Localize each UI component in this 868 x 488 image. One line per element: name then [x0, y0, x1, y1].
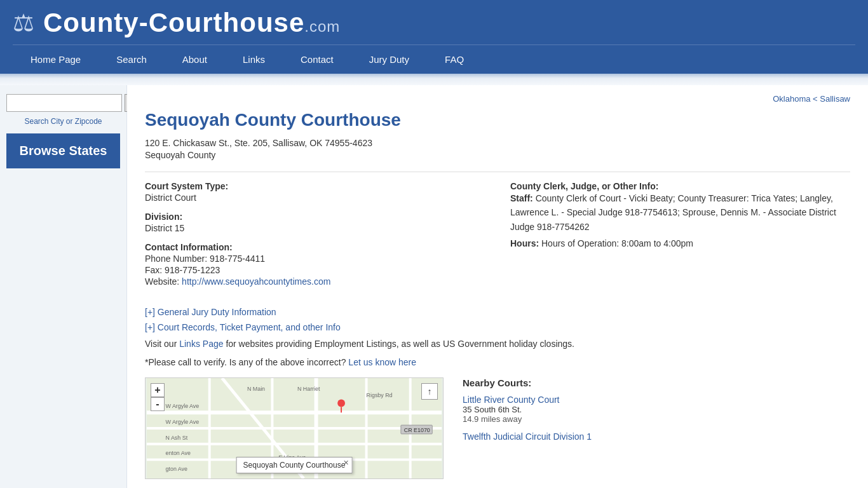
info-right: County Clerk, Judge, or Other Info: Staf…: [510, 181, 850, 295]
site-header: ⚖ County-Courthouse.com Home Page Search…: [0, 0, 868, 74]
search-input[interactable]: [6, 94, 122, 112]
main-content: Oklahoma < Sallisaw Sequoyah County Cour…: [127, 85, 868, 488]
map-popup-close[interactable]: ✕: [343, 459, 349, 467]
nav-jury[interactable]: Jury Duty: [351, 45, 427, 74]
county-clerk-label: County Clerk, Judge, or Other Info:: [510, 181, 658, 191]
nav-search[interactable]: Search: [98, 45, 165, 74]
court-system-value: District Court: [145, 193, 485, 203]
nearby-court-1-distance: 14.9 miles away: [463, 414, 850, 424]
zoom-in-button[interactable]: +: [151, 383, 165, 397]
nearby-court-2-name[interactable]: Twelfth Judicial Circuit Division 1: [463, 431, 850, 442]
nearby-court-1-name[interactable]: Little River County Court: [463, 395, 850, 405]
hours-info: Hours: Hours of Operation: 8:00am to 4:0…: [510, 236, 850, 250]
map-popup-text: Sequoyah County Courthouse: [243, 461, 346, 470]
contact-label: Contact Information:: [145, 242, 233, 252]
site-title-com: .com: [304, 18, 340, 35]
breadcrumb-separator: <: [810, 94, 820, 104]
search-box-container: GO: [6, 94, 120, 112]
nearby-court-item: Little River County Court 35 South 6th S…: [463, 395, 850, 424]
sidebar: GO Search City or Zipcode Browse States: [0, 85, 127, 488]
nav-home[interactable]: Home Page: [13, 45, 98, 74]
main-nav: Home Page Search About Links Contact Jur…: [13, 44, 855, 74]
map-share-button[interactable]: ↑: [421, 383, 438, 400]
sub-header-gradient: [0, 74, 868, 85]
court-records-link[interactable]: [+] Court Records, Ticket Payment, and o…: [145, 322, 850, 332]
site-title-text: County-Courthouse: [43, 8, 304, 37]
division-section: Division: District 15: [145, 212, 485, 233]
breadcrumb: Oklahoma < Sallisaw: [145, 94, 850, 104]
scales-icon: ⚖: [13, 9, 34, 37]
svg-text:CR E1070: CR E1070: [404, 427, 430, 433]
breadcrumb-city[interactable]: Sallisaw: [820, 94, 850, 104]
svg-text:Rigsby Rd: Rigsby Rd: [367, 392, 393, 398]
staff-label: Staff:: [510, 193, 536, 203]
page-layout: GO Search City or Zipcode Browse States …: [0, 85, 868, 488]
search-label: Search City or Zipcode: [6, 117, 120, 126]
header-title-bar: ⚖ County-Courthouse.com: [13, 8, 855, 44]
county-clerk-section: County Clerk, Judge, or Other Info: Staf…: [510, 181, 850, 251]
phone-value: Phone Number: 918-775-4411: [145, 254, 485, 264]
links-page-link[interactable]: Links Page: [179, 339, 223, 349]
staff-value: County Clerk of Court - Vicki Beaty; Cou…: [510, 193, 836, 232]
court-system-label: Court System Type:: [145, 181, 228, 191]
website-link[interactable]: http://www.sequoyahcountytimes.com: [182, 276, 330, 287]
website-value: Website: http://www.sequoyahcountytimes.…: [145, 276, 485, 287]
nearby-court-item-2: Twelfth Judicial Circuit Division 1: [463, 431, 850, 442]
links-page-text: Visit our Links Page for websites provid…: [145, 337, 850, 351]
division-label: Division:: [145, 212, 182, 222]
division-value: District 15: [145, 223, 485, 233]
staff-info: Staff: County Clerk of Court - Vicki Bea…: [510, 191, 850, 234]
courthouse-county: Sequoyah County: [145, 150, 850, 160]
svg-text:enton Ave: enton Ave: [166, 450, 191, 456]
fax-value: Fax: 918-775-1223: [145, 265, 485, 275]
verify-text: *Please call to verify. Is any of the ab…: [145, 357, 850, 367]
nearby-courts-title: Nearby Courts:: [463, 377, 850, 388]
svg-text:N Harriet: N Harriet: [297, 386, 320, 392]
svg-text:N Main: N Main: [247, 386, 265, 392]
nav-contact[interactable]: Contact: [283, 45, 351, 74]
nearby-courts: Nearby Courts: Little River County Court…: [463, 377, 850, 479]
map-container: W Argyle Ave W Argyle Ave N Ash St enton…: [145, 377, 444, 479]
contact-section: Contact Information: Phone Number: 918-7…: [145, 242, 485, 287]
divider-top: [145, 172, 850, 172]
svg-text:N Ash St: N Ash St: [166, 435, 188, 441]
bottom-section: W Argyle Ave W Argyle Ave N Ash St enton…: [145, 377, 850, 479]
hours-label: Hours:: [510, 238, 541, 248]
svg-text:gton Ave: gton Ave: [166, 466, 187, 472]
nav-links[interactable]: Links: [225, 45, 283, 74]
map-popup: ✕ Sequoyah County Courthouse: [236, 457, 353, 473]
nav-faq[interactable]: FAQ: [427, 45, 482, 74]
map-zoom-controls: + -: [151, 383, 165, 411]
hours-value: Hours of Operation: 8:00am to 4:00pm: [541, 238, 693, 248]
site-title: County-Courthouse.com: [43, 8, 340, 38]
links-text-after: for websites providing Employment Listin…: [224, 339, 574, 349]
nav-about[interactable]: About: [165, 45, 225, 74]
jury-duty-link[interactable]: [+] General Jury Duty Information: [145, 307, 850, 317]
zoom-out-button[interactable]: -: [151, 397, 165, 411]
links-text-before: Visit our: [145, 339, 179, 349]
breadcrumb-state[interactable]: Oklahoma: [773, 94, 810, 104]
svg-text:W Argyle Ave: W Argyle Ave: [166, 419, 200, 425]
browse-states-button[interactable]: Browse States: [6, 133, 120, 168]
website-label: Website:: [145, 276, 182, 287]
info-grid: Court System Type: District Court Divisi…: [145, 181, 850, 295]
court-system-section: Court System Type: District Court: [145, 181, 485, 203]
nearby-court-1-address: 35 South 6th St.: [463, 405, 850, 414]
svg-text:W Argyle Ave: W Argyle Ave: [166, 403, 200, 409]
verify-static: *Please call to verify. Is any of the ab…: [145, 357, 348, 367]
courthouse-address: 120 E. Chickasaw St., Ste. 205, Sallisaw…: [145, 138, 850, 148]
info-left: Court System Type: District Court Divisi…: [145, 181, 485, 295]
svg-point-24: [337, 400, 345, 407]
let-us-know-link[interactable]: Let us know here: [348, 357, 416, 367]
courthouse-title: Sequoyah County Courthouse: [145, 110, 850, 130]
